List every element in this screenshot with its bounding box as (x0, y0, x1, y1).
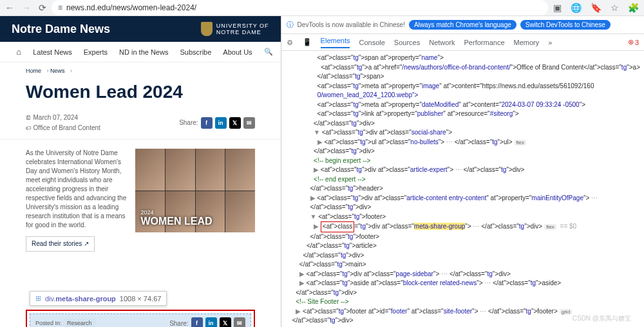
device-icon[interactable]: 📱 (303, 38, 312, 46)
dom-line[interactable]: <at">class="tg">a at">href="/news/author… (285, 63, 640, 73)
dom-line[interactable]: <at">class="tg">meta at">property="image… (285, 82, 640, 91)
site-nav: ⌂ Latest News Experts ND in the News Sub… (0, 42, 281, 62)
devtools-panel: ⓘ DevTools is now available in Chinese! … (281, 16, 644, 327)
dom-line[interactable]: <!-- end expert --> (285, 175, 640, 185)
bookmark-icon[interactable]: 🔖 (591, 3, 601, 13)
hero-year: 2024 (140, 209, 212, 216)
url-text: news.nd.edu/news/women-lead-2024/ (66, 3, 196, 12)
dom-line[interactable]: ▶ <at">class="tg">div at">class="article… (285, 165, 640, 175)
nav-about[interactable]: About Us (223, 48, 252, 56)
posted-in-label: Posted In: (35, 320, 62, 326)
page-viewport: Notre Dame News UNIVERSITY OF NOTRE DAME… (0, 16, 281, 327)
article-title: Women Lead 2024 (0, 79, 281, 109)
nav-subscribe[interactable]: Subscribe (180, 48, 211, 56)
intro-text: As the University of Notre Dame celebrat… (26, 149, 126, 230)
tab-network[interactable]: Network (429, 39, 455, 46)
devtools-tabs: ⯐ 📱 Elements Console Sources Network Per… (281, 34, 644, 51)
tag-research[interactable]: Research (63, 319, 96, 327)
translate-icon[interactable]: 🌐 (571, 3, 582, 13)
dom-line[interactable]: </at">class="tg">div> (285, 288, 640, 298)
hero-image: 2024 WOMEN LEAD (135, 149, 254, 232)
dom-line[interactable]: <!-- Site Footer --> (285, 297, 640, 307)
dom-line[interactable]: </at">class="tg">footer> (285, 232, 640, 242)
dom-line[interactable]: ▶ <at">class="tg">ul at">class="no-bulle… (285, 138, 640, 147)
csdn-watermark: CSDN @东禹与糖宝 (573, 314, 631, 323)
dom-line[interactable]: <at">class="tg">meta at">property="dateM… (285, 100, 640, 110)
crumb-news[interactable]: News (50, 68, 65, 74)
dom-line[interactable]: ▶ <at">class="tg">div at">class="meta-sh… (285, 221, 640, 232)
facebook-icon[interactable]: f (201, 117, 213, 129)
lang-match-button[interactable]: Always match Chrome's language (409, 20, 516, 30)
dom-line[interactable]: </at">class="tg">header> (285, 184, 640, 194)
url-bar[interactable]: ≡ news.nd.edu/news/women-lead-2024/ (52, 0, 548, 15)
breadcrumb: Home › News › (0, 62, 281, 79)
article-meta: March 07, 2024 Office of Brand Content S… (0, 109, 281, 140)
dom-line[interactable]: ▶ <at">class="tg">aside at">class="block… (285, 279, 640, 288)
extensions-icon[interactable]: 🧩 (628, 3, 639, 13)
tooltip-dims: 1008 × 74.67 (120, 295, 162, 303)
share-label-footer: Share: (169, 320, 188, 327)
dom-line[interactable]: <!-- begin expert --> (285, 156, 640, 166)
error-count[interactable]: ⊗ 3 (628, 38, 639, 46)
dom-line[interactable]: ▼ <at">class="tg">footer> (285, 212, 640, 222)
hero-text: WOMEN LEAD (140, 216, 212, 227)
crumb-home[interactable]: Home (26, 68, 41, 74)
brand-top: UNIVERSITY OF (216, 23, 269, 29)
article-date: March 07, 2024 (26, 113, 100, 123)
browser-toolbar: ← → ⟳ ≡ news.nd.edu/news/women-lead-2024… (0, 0, 644, 16)
back-button[interactable]: ← (5, 3, 14, 13)
share-label: Share: (179, 119, 198, 126)
cast-icon[interactable]: ▣ (553, 3, 562, 13)
x-icon[interactable]: 𝕏 (220, 317, 231, 327)
dom-line[interactable]: <at">class="tg">span at">property="name"… (285, 53, 640, 63)
inspector-tooltip: ⊞ div.meta-share-group 1008 × 74.67 (30, 291, 167, 306)
nav-home[interactable]: ⌂ (16, 47, 21, 57)
site-title[interactable]: Notre Dame News (12, 23, 110, 36)
tab-performance[interactable]: Performance (464, 39, 505, 46)
dom-tree[interactable]: <at">class="tg">span at">property="name"… (281, 51, 644, 327)
email-icon[interactable]: ✉ (234, 317, 245, 327)
dom-line[interactable]: </at">class="tg">div> (285, 119, 640, 129)
dom-line[interactable]: </at">class="tg">div> (285, 251, 640, 261)
nav-experts[interactable]: Experts (84, 48, 108, 56)
linkedin-icon[interactable]: in (215, 117, 227, 129)
tab-elements[interactable]: Elements (321, 37, 350, 48)
dom-line[interactable]: 0/women_lead_2024_1200.webp"> (285, 91, 640, 100)
article-body: As the University of Notre Dame celebrat… (0, 140, 281, 252)
shield-icon (201, 22, 213, 36)
dom-line[interactable]: <at">class="tg">link at">property="publi… (285, 109, 640, 119)
nav-ndnews[interactable]: ND in the News (119, 48, 168, 56)
inspect-icon[interactable]: ⯐ (287, 39, 294, 46)
read-stories-button[interactable]: Read their stories ↗ (26, 236, 95, 252)
tab-memory[interactable]: Memory (514, 39, 540, 46)
linkedin-icon[interactable]: in (205, 317, 217, 327)
star-icon[interactable]: ☆ (611, 3, 619, 13)
dom-line[interactable]: ▶ <at">class="tg">div at">class="page-si… (285, 270, 640, 279)
brand-bottom: NOTRE DAME (216, 29, 269, 35)
reload-button[interactable]: ⟳ (39, 3, 46, 13)
share-row-top: Share: f in 𝕏 ✉ (179, 113, 254, 133)
tab-console[interactable]: Console (359, 39, 384, 46)
dom-line[interactable]: </at">class="tg">article> (285, 241, 640, 251)
x-icon[interactable]: 𝕏 (229, 117, 241, 129)
facebook-icon[interactable]: f (191, 317, 203, 327)
lang-switch-button[interactable]: Switch DevTools to Chinese (520, 20, 611, 30)
forward-button[interactable]: → (22, 3, 31, 13)
dom-line[interactable]: </at">class="tg">span> (285, 72, 640, 82)
nav-latest[interactable]: Latest News (33, 48, 72, 56)
dom-line[interactable]: </at">class="tg">div> (285, 147, 640, 156)
tabs-more[interactable]: » (548, 39, 552, 46)
dom-line[interactable]: </at">class="tg">div> (285, 203, 640, 212)
dom-line[interactable]: </at">class="tg">main> (285, 260, 640, 270)
tab-sources[interactable]: Sources (394, 39, 420, 46)
banner-text: DevTools is now available in Chinese! (298, 21, 405, 28)
search-icon[interactable]: 🔍 (264, 48, 273, 56)
brand-logo[interactable]: UNIVERSITY OF NOTRE DAME (201, 22, 269, 36)
dom-line[interactable]: ▼ <at">class="tg">div at">class="social-… (285, 128, 640, 138)
site-info-icon[interactable]: ≡ (58, 3, 62, 12)
dom-line[interactable]: ▶ <at">class="tg">div at">class="article… (285, 194, 640, 203)
chrome-actions: ▣ 🌐 🔖 ☆ 🧩 (553, 3, 639, 13)
devtools-banner: ⓘ DevTools is now available in Chinese! … (281, 16, 644, 34)
email-icon[interactable]: ✉ (243, 117, 255, 129)
article-author[interactable]: Office of Brand Content (26, 123, 100, 133)
